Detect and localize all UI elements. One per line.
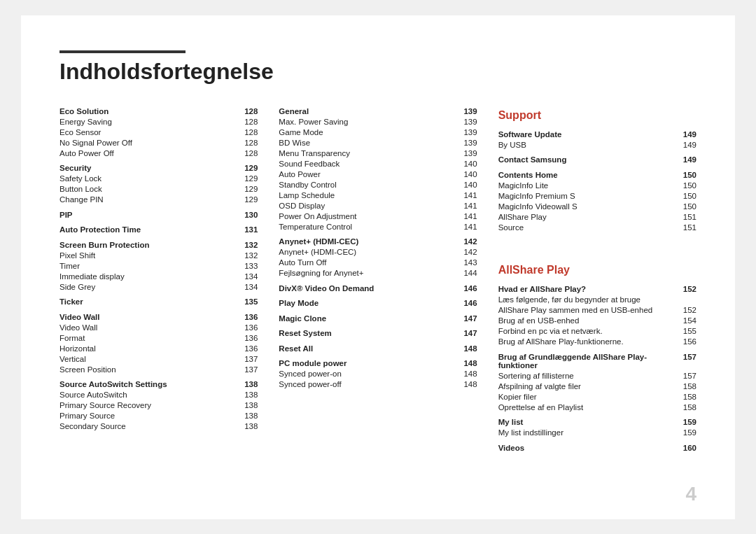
- page-container: Indholdsfortegnelse Eco Solution128Energ…: [21, 15, 735, 519]
- toc-item-page: 136: [237, 323, 258, 332]
- toc-item-row: OSD Display141: [279, 200, 477, 211]
- toc-item-label: Synced power-off: [279, 380, 456, 388]
- toc-item-page: 144: [456, 269, 477, 277]
- toc-item-page: 158: [676, 382, 696, 391]
- toc-header-page: 152: [676, 285, 696, 293]
- toc-section: DivX® Video On Demand146: [279, 283, 477, 294]
- toc-item-row: Button Lock129: [59, 184, 258, 195]
- toc-item-label: Menu Transparency: [279, 149, 456, 157]
- toc-header-row: Video Wall136: [59, 311, 258, 323]
- toc-header-page: 149: [676, 155, 696, 164]
- toc-item-row: Læs følgende, før du begynder at bruge: [498, 295, 696, 305]
- page-number: 4: [685, 483, 696, 505]
- toc-item-row: Synced power-on148: [279, 369, 477, 379]
- toc-header-row: Security129: [59, 162, 258, 174]
- toc-header-page: 135: [237, 297, 258, 306]
- toc-item-label: Auto Turn Off: [279, 258, 456, 267]
- allshare-section: Hvad er AllShare Play?152Læs følgende, f…: [498, 283, 696, 453]
- toc-item-page: 152: [676, 306, 696, 314]
- toc-item-row: Format136: [59, 332, 258, 343]
- toc-item-label: Eco Sensor: [59, 128, 237, 136]
- toc-item-row: Horizontal136: [59, 343, 258, 353]
- toc-item-page: 134: [237, 272, 258, 281]
- toc-header-label: Security: [59, 164, 237, 172]
- toc-header-label: Reset System: [279, 329, 456, 337]
- toc-header-page: 132: [237, 241, 258, 249]
- toc-item-row: My list indstillinger159: [498, 428, 696, 438]
- toc-section: Reset System147: [279, 328, 477, 339]
- toc-header-page: 149: [676, 130, 696, 139]
- toc-section: Screen Burn Protection132Pixel Shift132T…: [59, 239, 258, 293]
- toc-item-label: MagicInfo Lite: [498, 181, 676, 190]
- toc-header-row: Magic Clone147: [279, 313, 477, 324]
- toc-item-label: BD Wise: [279, 139, 456, 147]
- toc-header-label: PC module power: [279, 359, 456, 367]
- toc-header-label: Hvad er AllShare Play?: [498, 285, 676, 293]
- toc-item-page: 141: [456, 223, 477, 231]
- toc-item-row: Auto Power140: [279, 169, 477, 179]
- toc-header-page: 129: [237, 164, 258, 172]
- toc-item-row: Afspilning af valgte filer158: [498, 381, 696, 391]
- toc-header-page: 150: [676, 171, 696, 179]
- toc-item-page: 138: [237, 422, 258, 430]
- toc-header-label: Contents Home: [498, 171, 676, 179]
- toc-item-label: Oprettelse af en Playlist: [498, 403, 676, 412]
- toc-item-label: OSD Display: [279, 202, 456, 210]
- toc-item-row: Source AutoSwitch138: [59, 390, 258, 400]
- toc-item-row: Safety Lock129: [59, 174, 258, 184]
- toc-header-label: Eco Solution: [59, 107, 237, 115]
- toc-item-page: 149: [676, 141, 696, 149]
- toc-item-label: Timer: [59, 262, 237, 270]
- toc-header-page: 148: [456, 344, 477, 353]
- toc-item-label: Source AutoSwitch: [59, 391, 237, 399]
- toc-item-page: 134: [237, 283, 258, 291]
- toc-item-label: Primary Source Recovery: [59, 401, 237, 409]
- toc-item-page: 136: [237, 344, 258, 353]
- toc-header-label: Video Wall: [59, 313, 237, 321]
- toc-section: Eco Solution128Energy Saving128Eco Senso…: [59, 106, 258, 159]
- toc-header-row: DivX® Video On Demand146: [279, 283, 477, 294]
- toc-item-label: Fejlsøgning for Anynet+: [279, 269, 456, 277]
- toc-item-page: 158: [676, 403, 696, 412]
- toc-item-row: Pixel Shift132: [59, 250, 258, 260]
- toc-item-row: Lamp Schedule141: [279, 190, 477, 200]
- toc-item-label: Vertical: [59, 355, 237, 363]
- toc-item-page: 128: [237, 118, 258, 126]
- toc-item-row: Timer133: [59, 260, 258, 271]
- toc-section: Source AutoSwitch Settings138Source Auto…: [59, 379, 258, 432]
- toc-item-label: MagicInfo Premium S: [498, 192, 676, 200]
- toc-item-label: Brug af AllShare Play-funktionerne.: [498, 337, 676, 346]
- toc-header-label: Magic Clone: [279, 314, 456, 323]
- toc-item-row: AllShare Play sammen med en USB-enhed152: [498, 305, 696, 316]
- toc-item-row: Standby Control140: [279, 179, 477, 190]
- toc-header-page: 128: [237, 107, 258, 115]
- toc-item-label: Immediate display: [59, 272, 237, 281]
- toc-item-row: Kopier filer158: [498, 391, 696, 402]
- toc-item-label: Standby Control: [279, 181, 456, 189]
- toc-item-page: 141: [456, 202, 477, 210]
- toc-header-row: Anynet+ (HDMI-CEC)142: [279, 236, 477, 247]
- toc-section: Videos160: [498, 442, 696, 454]
- toc-item-label: By USB: [498, 141, 676, 149]
- toc-header-row: Eco Solution128: [59, 106, 258, 117]
- toc-item-row: Auto Power Off128: [59, 148, 258, 158]
- toc-item-page: 129: [237, 185, 258, 193]
- toc-item-label: Power On Adjustment: [279, 212, 456, 220]
- toc-header-row: Auto Protection Time131: [59, 224, 258, 235]
- toc-item-row: Immediate display134: [59, 271, 258, 281]
- toc-section: Magic Clone147: [279, 313, 477, 324]
- column-2: General139Max. Power Saving139Game Mode1…: [279, 106, 498, 458]
- toc-header-row: Reset System147: [279, 328, 477, 339]
- toc-item-page: 141: [456, 212, 477, 220]
- toc-item-label: No Signal Power Off: [59, 139, 237, 147]
- toc-item-row: Max. Power Saving139: [279, 116, 477, 127]
- toc-item-row: Energy Saving128: [59, 116, 258, 127]
- toc-item-row: MagicInfo Premium S150: [498, 190, 696, 201]
- toc-header-label: Videos: [498, 444, 676, 452]
- toc-section: Reset All148: [279, 343, 477, 354]
- toc-item-page: 142: [456, 248, 477, 256]
- toc-item-page: 132: [237, 251, 258, 260]
- toc-item-label: Sound Feedback: [279, 160, 456, 168]
- toc-section: Video Wall136Video Wall136Format136Horiz…: [59, 311, 258, 375]
- toc-item-page: 140: [456, 170, 477, 178]
